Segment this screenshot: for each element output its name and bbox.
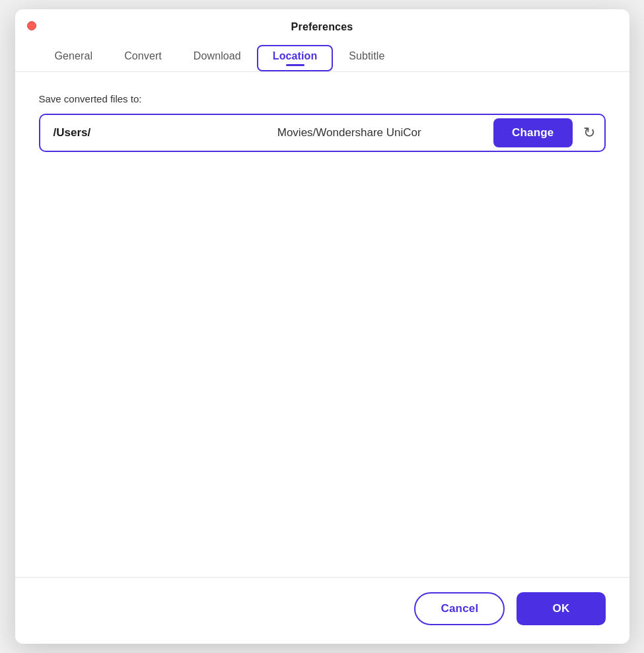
close-button[interactable] [27,21,36,30]
path-left: /Users/ [40,126,264,139]
tab-download[interactable]: Download [178,45,257,71]
content-area: Save converted files to: /Users/ Movies/… [15,72,629,577]
tab-subtitle[interactable]: Subtitle [333,45,400,71]
tab-location[interactable]: Location [257,45,333,71]
path-row: /Users/ Movies/Wondershare UniCor Change… [39,114,606,152]
refresh-icon: ↻ [583,124,595,141]
content-spacer [39,152,606,564]
change-button[interactable]: Change [493,118,573,147]
ok-button[interactable]: OK [517,592,605,625]
cancel-button[interactable]: Cancel [414,592,505,625]
tab-convert[interactable]: Convert [108,45,178,71]
tab-general[interactable]: General [39,45,109,71]
refresh-button[interactable]: ↻ [578,124,604,141]
tabs-bar: General Convert Download Location Subtit… [15,40,629,71]
section-label: Save converted files to: [39,93,606,104]
preferences-window: Preferences General Convert Download Loc… [15,9,629,644]
window-title: Preferences [291,21,353,33]
footer: Cancel OK [15,578,629,644]
title-bar: Preferences [15,9,629,40]
path-right: Movies/Wondershare UniCor [264,126,488,139]
